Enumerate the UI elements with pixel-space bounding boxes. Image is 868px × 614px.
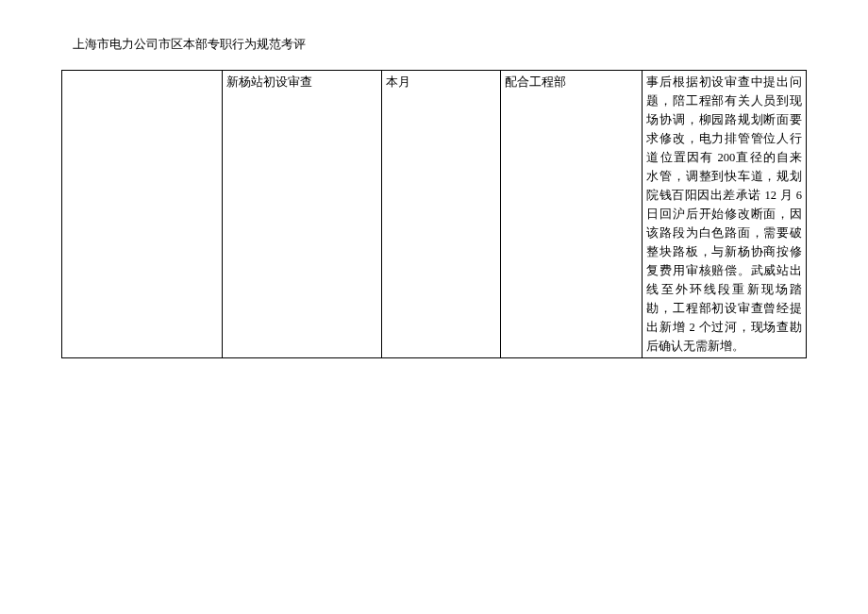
table-row: 新杨站初设审查 本月 配合工程部 事后根据初设审查中提出问题，陪工程部有关人员到… (62, 71, 807, 358)
document-title: 上海市电力公司市区本部专职行为规范考评 (73, 36, 807, 53)
evaluation-table: 新杨站初设审查 本月 配合工程部 事后根据初设审查中提出问题，陪工程部有关人员到… (61, 70, 807, 358)
cell-col2: 新杨站初设审查 (222, 71, 382, 358)
cell-col4: 配合工程部 (501, 71, 643, 358)
cell-col3: 本月 (382, 71, 501, 358)
cell-col5: 事后根据初设审查中提出问题，陪工程部有关人员到现场协调，柳园路规划断面要求修改，… (643, 71, 807, 358)
cell-col1 (62, 71, 223, 358)
